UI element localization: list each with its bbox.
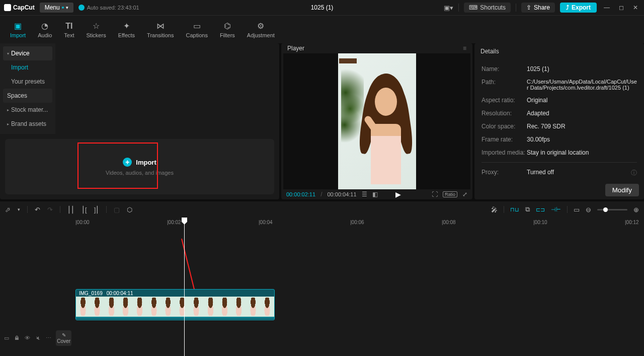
ruler-tick: |00:04	[259, 220, 273, 225]
compare-icon[interactable]: ◧	[372, 191, 378, 198]
app-logo: CapCut	[4, 4, 35, 11]
tab-captions[interactable]: ▭Captions	[180, 16, 213, 43]
details-title: Details	[480, 48, 499, 55]
scan-icon[interactable]: ⛶	[432, 191, 438, 198]
player-viewport[interactable]	[283, 53, 470, 189]
detail-row-resolution: Resolution:Adapted	[481, 107, 637, 120]
sidebar-item-import[interactable]: Import	[0, 60, 55, 75]
track-more-icon[interactable]: ⋯	[46, 335, 51, 341]
window-maximize[interactable]: ◻	[617, 4, 626, 11]
info-icon[interactable]: ⓘ	[631, 169, 637, 177]
magnet-3-icon[interactable]: ⊣⊢	[551, 206, 561, 213]
captions-icon: ▭	[193, 21, 201, 31]
sidebar-item-stock[interactable]: ▸Stock mater...	[0, 103, 55, 117]
tab-text[interactable]: TIText	[58, 16, 80, 43]
media-sidebar: ▾Device Import Your presets Spaces ▸Stoc…	[0, 43, 55, 134]
tab-adjustment[interactable]: ⚙Adjustment	[241, 16, 281, 43]
modify-button[interactable]: Modify	[605, 184, 639, 196]
track-mute-icon[interactable]: 🔇︎	[35, 335, 41, 341]
timeline: |00:00 |00:02 |00:04 |00:06 |00:08 |00:1…	[0, 218, 644, 356]
import-dropzone[interactable]: + Import Videos, audios, and images	[5, 139, 274, 194]
split-left-tool[interactable]: ⎮[	[82, 206, 87, 213]
plus-icon: +	[123, 158, 132, 167]
share-icon: ⇪	[526, 4, 531, 11]
video-preview	[338, 53, 416, 189]
adjustment-icon: ⚙	[257, 21, 264, 31]
undo-button[interactable]: ↶	[35, 206, 40, 213]
sidebar-item-spaces[interactable]: Spaces	[3, 89, 52, 103]
track-visibility-icon[interactable]: 👁︎	[25, 335, 30, 341]
zoom-in-icon[interactable]: ⊕	[633, 206, 639, 213]
tab-import[interactable]: ▣Import	[4, 16, 32, 43]
audio-icon: ◔	[41, 21, 48, 31]
detail-row-path: Path:C:/Users/Usman/AppData/Local/CapCut…	[481, 76, 637, 94]
track-toggle-icon[interactable]: ▭	[4, 335, 9, 341]
clip-duration: 00:00:04:11	[107, 291, 133, 296]
shortcuts-button[interactable]: ⌨ Shortcuts	[464, 3, 511, 13]
chevron-right-icon: ▸	[7, 122, 9, 126]
stickers-icon: ☆	[93, 21, 100, 31]
timeline-tracks[interactable]: IMG_0169 00:00:04:11	[75, 228, 644, 353]
mic-icon[interactable]: 🎤︎	[491, 206, 498, 213]
menu-button[interactable]: Menu	[40, 3, 73, 13]
zoom-slider[interactable]	[597, 209, 627, 210]
export-button[interactable]: ⤴ Export	[560, 3, 597, 13]
fullscreen-icon[interactable]: ⤢	[462, 191, 467, 198]
sidebar-item-brand[interactable]: ▸Brand assets	[0, 117, 55, 131]
time-duration: 00:00:04:11	[327, 191, 356, 197]
timeline-ruler[interactable]: |00:00 |00:02 |00:04 |00:06 |00:08 |00:1…	[75, 218, 644, 228]
title-bar: CapCut Menu Auto saved: 23:43:01 1025 (1…	[0, 0, 644, 15]
selection-dropdown-icon[interactable]: ▾	[18, 207, 20, 212]
sidebar-item-presets[interactable]: Your presets	[0, 75, 55, 89]
tab-transitions[interactable]: ⋈Transitions	[141, 16, 180, 43]
time-current: 00:00:02:11	[286, 191, 315, 197]
filters-icon: ⌬	[224, 21, 231, 31]
import-icon: ▣	[14, 21, 22, 31]
media-panel: ▾Device Import Your presets Spaces ▸Stoc…	[0, 43, 279, 199]
magnet-1-icon[interactable]: ⊓⊔	[510, 206, 519, 213]
detail-row-proxy: Proxy:Turned offⓘ	[481, 166, 637, 180]
sidebar-item-device[interactable]: ▾Device	[3, 46, 52, 60]
detail-row-name: Name:1025 (1)	[481, 62, 637, 76]
transitions-icon: ⋈	[156, 21, 165, 31]
ratio-button[interactable]: Ratio	[443, 191, 457, 197]
selection-tool[interactable]: ⬀	[5, 206, 11, 213]
window-minimize[interactable]: —	[602, 4, 612, 11]
ribbon-tabs: ▣Import ◔Audio TIText ☆Stickers ✦Effects…	[0, 15, 644, 43]
ruler-tick: |00:08	[442, 220, 456, 225]
player-controls: 00:00:02:11 / 00:00:04:11 ☰ ◧ ▶ ⛶ Ratio …	[281, 189, 472, 199]
tab-filters[interactable]: ⌬Filters	[214, 16, 241, 43]
shield-tool[interactable]: ⬡	[127, 206, 132, 213]
redo-button[interactable]: ↷	[47, 206, 53, 213]
marker-tool[interactable]: ▢	[114, 206, 120, 213]
import-label: Import	[136, 159, 156, 166]
tab-effects[interactable]: ✦Effects	[112, 16, 141, 43]
cover-button[interactable]: ✎ Cover	[56, 330, 71, 346]
tab-audio[interactable]: ◔Audio	[32, 16, 58, 43]
ruler-tick: |00:10	[533, 220, 547, 225]
playhead[interactable]	[184, 218, 185, 356]
tab-stickers[interactable]: ☆Stickers	[80, 16, 112, 43]
preview-toggle-icon[interactable]: ▭	[574, 206, 580, 213]
split-right-tool[interactable]: ]⎮	[94, 206, 100, 213]
details-panel: Details Name:1025 (1) Path:C:/Users/Usma…	[474, 43, 644, 199]
magnet-2-icon[interactable]: ⊏⊐	[536, 206, 545, 213]
player-menu-icon[interactable]: ≡	[463, 45, 466, 52]
project-title: 1025 (1)	[311, 4, 334, 11]
play-button[interactable]: ▶	[395, 190, 401, 198]
video-clip[interactable]: IMG_0169 00:00:04:11	[75, 289, 275, 320]
autosave-status: Auto saved: 23:43:01	[78, 5, 139, 11]
text-icon: TI	[65, 21, 72, 31]
window-close[interactable]: ✕	[631, 4, 640, 11]
layout-icon[interactable]: ▣▾	[444, 4, 453, 12]
list-icon[interactable]: ☰	[362, 191, 367, 198]
track-lock-icon[interactable]: 🔒︎	[14, 335, 20, 341]
chevron-right-icon: ▸	[7, 108, 9, 112]
zoom-out-icon[interactable]: ⊖	[586, 206, 591, 213]
player-title: Player	[287, 45, 304, 52]
app-name: CapCut	[13, 4, 35, 11]
split-tool[interactable]: ⎮⎮	[67, 206, 74, 213]
share-button[interactable]: ⇪ Share	[521, 3, 555, 13]
link-icon[interactable]: ⧉	[525, 205, 530, 213]
chevron-down-icon: ▾	[7, 51, 9, 56]
